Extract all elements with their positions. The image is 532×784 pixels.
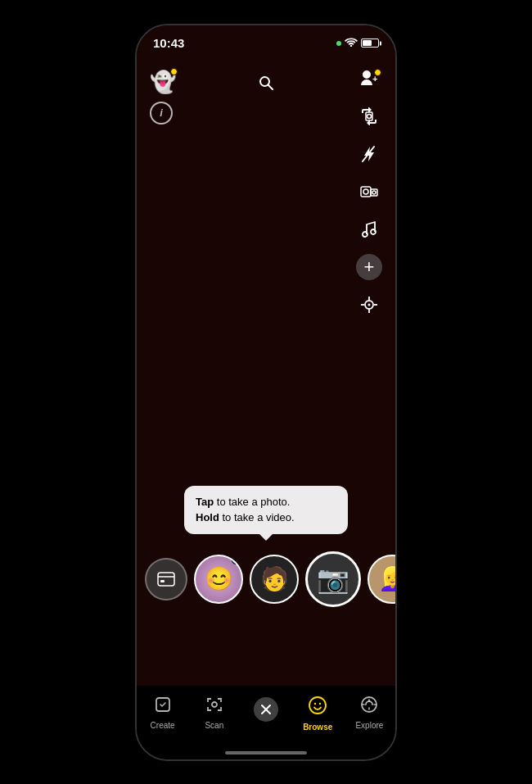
info-icon: i [160, 106, 163, 119]
nav-item-explore[interactable]: Explore [344, 694, 395, 730]
lens-card-icon [155, 568, 178, 591]
story-face-blonde: 👱‍♀️ [369, 556, 395, 602]
svg-point-26 [309, 697, 326, 714]
search-button[interactable] [253, 70, 279, 96]
search-icon [258, 75, 274, 91]
scan-target-icon [360, 296, 378, 314]
ghost-notification-dot [170, 68, 178, 75]
music-button[interactable] [356, 216, 382, 242]
signal-dot [336, 41, 341, 46]
browse-icon [308, 696, 327, 719]
scan-label: Scan [205, 721, 223, 730]
nav-item-close[interactable] [240, 694, 291, 722]
tooltip-tap-bold: Tap [196, 496, 214, 508]
dual-cam-icon [360, 184, 378, 199]
svg-point-27 [314, 702, 316, 704]
info-button[interactable]: i [150, 102, 173, 125]
camera-view: 👻 i + [137, 25, 395, 686]
nav-item-create[interactable]: Create [137, 694, 188, 730]
tooltip-line2-rest: to take a video. [219, 511, 295, 523]
story-item-blonde[interactable]: 👱‍♀️ [367, 555, 395, 604]
create-label: Create [151, 721, 175, 730]
nav-item-scan[interactable]: Scan [188, 694, 240, 730]
plus-icon: + [364, 258, 375, 276]
top-left-controls: 👻 i [150, 70, 176, 125]
scan-target-button[interactable] [356, 292, 382, 318]
close-icon [260, 704, 272, 715]
svg-rect-21 [160, 580, 165, 582]
story-face-1: 🧑 [251, 556, 297, 602]
svg-point-10 [372, 191, 376, 194]
rotate-camera-icon [360, 107, 378, 125]
svg-point-5 [367, 114, 372, 118]
ghost-button[interactable]: 👻 [150, 70, 176, 95]
bottom-nav: Create Scan [137, 686, 395, 759]
svg-point-0 [350, 45, 352, 47]
story-item-active[interactable]: 📷 [305, 551, 361, 607]
create-icon [154, 696, 172, 718]
home-indicator [225, 751, 307, 755]
plus-circle-button[interactable]: + [356, 254, 382, 280]
status-bar: 10:43 [137, 25, 395, 61]
music-icon [362, 221, 376, 238]
story-item-bitmoji[interactable]: 😊 [194, 555, 243, 604]
battery-icon [361, 39, 379, 48]
bitmoji-notification-dot [232, 556, 240, 564]
status-icons [336, 37, 379, 49]
camera-tooltip: Tap to take a photo. Hold to take a vide… [184, 486, 348, 534]
story-face-active: 📷 [308, 554, 358, 605]
browse-label: Browse [303, 723, 332, 732]
svg-line-2 [268, 84, 273, 89]
tooltip-hold-bold: Hold [196, 511, 219, 523]
svg-point-12 [371, 229, 376, 234]
status-time: 10:43 [153, 36, 184, 50]
flash-icon [361, 145, 377, 163]
svg-rect-7 [361, 187, 371, 197]
tooltip-line1-rest: to take a photo. [214, 496, 290, 508]
svg-rect-9 [371, 189, 377, 196]
flash-button[interactable] [356, 141, 382, 167]
browse-emoji-icon [308, 696, 327, 715]
svg-point-14 [368, 303, 371, 306]
wifi-icon [345, 37, 358, 49]
svg-point-28 [319, 702, 321, 704]
dual-cam-button[interactable] [356, 179, 382, 205]
tooltip-line2: Hold to take a video. [196, 510, 336, 526]
story-lens-row: 😊 🧑 📷 👱‍♀️ 👩 [137, 546, 395, 612]
add-friend-notification-dot [374, 69, 381, 76]
svg-point-23 [212, 702, 217, 707]
rotate-camera-button[interactable] [356, 103, 382, 129]
nav-item-browse[interactable]: Browse [292, 694, 344, 732]
close-button[interactable] [254, 697, 278, 722]
top-right-controls: + [356, 70, 382, 318]
explore-label: Explore [355, 721, 383, 730]
svg-point-11 [363, 232, 367, 237]
svg-rect-19 [158, 573, 174, 586]
scan-nav-icon [205, 696, 223, 718]
top-controls: 👻 i + [137, 61, 395, 318]
add-friend-button[interactable]: + [358, 70, 380, 92]
explore-icon [360, 696, 378, 718]
svg-point-8 [363, 189, 368, 194]
lens-item-card[interactable] [145, 558, 187, 600]
phone-frame: 10:43 👻 [135, 24, 397, 761]
tooltip-line1: Tap to take a photo. [196, 494, 336, 510]
story-item-1[interactable]: 🧑 [250, 555, 299, 604]
